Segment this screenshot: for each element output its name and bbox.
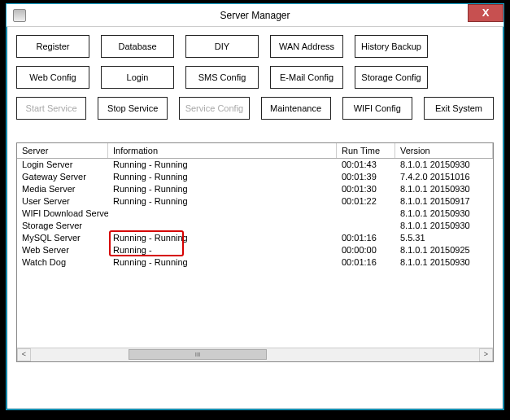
- header-server[interactable]: Server: [17, 143, 108, 158]
- close-button[interactable]: X: [468, 4, 503, 22]
- cell-server: User Server: [17, 195, 108, 208]
- button-row-1: RegisterDatabaseDIYWAN AddressHistory Ba…: [16, 35, 494, 58]
- table-row[interactable]: Login ServerRunning - Running00:01:438.1…: [17, 159, 493, 171]
- cell-run: [337, 208, 395, 220]
- cell-server: Watch Dog: [17, 256, 108, 269]
- cell-ver: 8.1.0.1 20150917: [395, 195, 493, 208]
- cell-ver: 8.1.0.1 20150930: [395, 220, 493, 232]
- header-runtime[interactable]: Run Time: [337, 143, 395, 158]
- table-row[interactable]: WIFI Download Server8.1.0.1 20150930: [17, 208, 493, 220]
- cell-ver: 8.1.0.1 20150930: [395, 183, 493, 195]
- table-row[interactable]: Watch DogRunning - Running00:01:168.1.0.…: [17, 256, 493, 269]
- app-icon: [13, 9, 26, 22]
- database-button[interactable]: Database: [101, 35, 174, 58]
- server-list: Server Information Run Time Version Logi…: [16, 142, 494, 362]
- cell-ver: 8.1.0.1 20150930: [395, 256, 493, 269]
- cell-run: 00:01:43: [337, 159, 395, 171]
- cell-info: Running - Running: [108, 232, 337, 244]
- cell-server: Media Server: [17, 183, 108, 195]
- sms-config-button[interactable]: SMS Config: [185, 66, 259, 89]
- cell-server: Storage Server: [17, 220, 108, 232]
- storage-config-button[interactable]: Storage Config: [355, 66, 428, 89]
- register-button[interactable]: Register: [16, 35, 89, 58]
- cell-run: 00:01:16: [337, 256, 395, 269]
- cell-server: Web Server: [17, 244, 108, 256]
- cell-ver: 8.1.0.1 20150930: [395, 208, 493, 220]
- content-area: RegisterDatabaseDIYWAN AddressHistory Ba…: [7, 27, 503, 370]
- button-row-2: Web ConfigLoginSMS ConfigE-Mail ConfigSt…: [16, 66, 494, 89]
- cell-ver: 5.5.31: [395, 232, 493, 244]
- header-information[interactable]: Information: [108, 143, 337, 158]
- table-row[interactable]: Storage Server8.1.0.1 20150930: [17, 220, 493, 232]
- cell-run: 00:01:16: [337, 232, 395, 244]
- titlebar: Server Manager X: [7, 4, 503, 27]
- button-panel: RegisterDatabaseDIYWAN AddressHistory Ba…: [16, 35, 494, 120]
- diy-button[interactable]: DIY: [185, 35, 259, 58]
- cell-run: [337, 220, 395, 232]
- cell-info: [108, 208, 337, 220]
- scroll-thumb[interactable]: III: [129, 349, 267, 360]
- login-button[interactable]: Login: [101, 66, 174, 89]
- cell-info: Running - Running: [108, 256, 337, 269]
- cell-info: Running - Running: [108, 171, 337, 183]
- header-version[interactable]: Version: [395, 143, 493, 158]
- table-row[interactable]: Media ServerRunning - Running00:01:308.1…: [17, 183, 493, 195]
- cell-server: WIFI Download Server: [17, 208, 108, 220]
- e-mail-config-button[interactable]: E-Mail Config: [270, 66, 343, 89]
- wifi-config-button[interactable]: WIFI Config: [342, 97, 412, 120]
- table-headers: Server Information Run Time Version: [17, 143, 493, 159]
- button-row-3: Start ServiceStop ServiceService ConfigM…: [16, 97, 494, 120]
- cell-server: Gateway Server: [17, 171, 108, 183]
- cell-ver: 8.1.0.1 20150925: [395, 244, 493, 256]
- cell-run: 00:01:39: [337, 171, 395, 183]
- service-config-button: Service Config: [179, 97, 249, 120]
- table-row[interactable]: User ServerRunning - Running00:01:228.1.…: [17, 195, 493, 208]
- cell-ver: 8.1.0.1 20150930: [395, 159, 493, 171]
- cell-info: Running -: [108, 244, 337, 256]
- scroll-left-button[interactable]: <: [17, 348, 31, 361]
- table-row[interactable]: MySQL ServerRunning - Running00:01:165.5…: [17, 232, 493, 244]
- cell-info: Running - Running: [108, 159, 337, 171]
- cell-info: [108, 220, 337, 232]
- table-row[interactable]: Gateway ServerRunning - Running00:01:397…: [17, 171, 493, 183]
- web-config-button[interactable]: Web Config: [16, 66, 89, 89]
- exit-system-button[interactable]: Exit System: [424, 97, 494, 120]
- table-body: Login ServerRunning - Running00:01:438.1…: [17, 159, 493, 348]
- cell-run: 00:00:00: [337, 244, 395, 256]
- horizontal-scrollbar[interactable]: < III >: [17, 348, 493, 361]
- cell-info: Running - Running: [108, 195, 337, 208]
- cell-run: 00:01:30: [337, 183, 395, 195]
- wan-address-button[interactable]: WAN Address: [270, 35, 343, 58]
- cell-run: 00:01:22: [337, 195, 395, 208]
- server-manager-window: Server Manager X RegisterDatabaseDIYWAN …: [6, 3, 504, 410]
- start-service-button: Start Service: [16, 97, 86, 120]
- scroll-right-button[interactable]: >: [479, 348, 493, 361]
- window-title: Server Manager: [7, 10, 503, 21]
- stop-service-button[interactable]: Stop Service: [98, 97, 168, 120]
- cell-ver: 7.4.2.0 20151016: [395, 171, 493, 183]
- maintenance-button[interactable]: Maintenance: [261, 97, 331, 120]
- cell-server: Login Server: [17, 159, 108, 171]
- cell-info: Running - Running: [108, 183, 337, 195]
- table-row[interactable]: Web ServerRunning -00:00:008.1.0.1 20150…: [17, 244, 493, 256]
- scroll-track[interactable]: III: [31, 348, 479, 361]
- history-backup-button[interactable]: History Backup: [355, 35, 428, 58]
- cell-server: MySQL Server: [17, 232, 108, 244]
